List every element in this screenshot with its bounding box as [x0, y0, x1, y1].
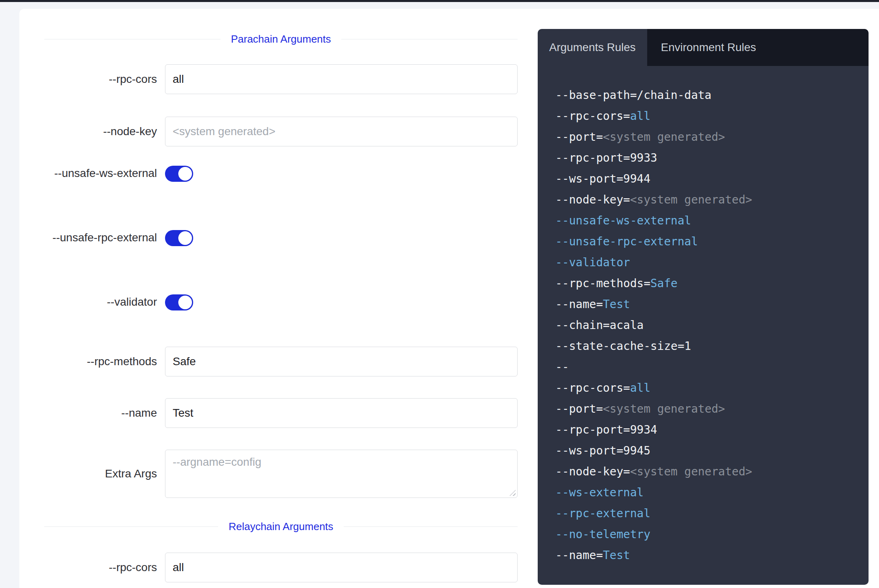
rules-tabbar: Arguments Rules Environment Rules	[538, 29, 869, 66]
rule-segment: --base-path=/chain-data	[555, 88, 712, 102]
rule-segment: --	[555, 360, 569, 374]
rule-line: --rpc-cors=all	[555, 378, 860, 399]
validator-toggle[interactable]	[165, 294, 193, 310]
rule-line: --ws-port=9945	[555, 440, 860, 461]
rule-segment: --ws-port=9945	[555, 444, 650, 457]
rule-line: --rpc-methods=Safe	[555, 273, 860, 294]
rule-segment: <system generated>	[603, 130, 725, 144]
rule-segment: --unsafe-rpc-external	[555, 235, 698, 248]
divider-line	[44, 39, 221, 39]
extra-args-textarea[interactable]	[165, 450, 518, 498]
rule-line: --ws-external	[555, 482, 860, 503]
rule-segment: <system generated>	[603, 402, 725, 415]
rpc-cors-input[interactable]	[165, 64, 518, 94]
rule-segment: --validator	[555, 256, 630, 269]
rule-segment: --port=	[555, 130, 603, 144]
form-row-rpc-methods: --rpc-methods	[44, 347, 518, 376]
form-row-rpc-cors: --rpc-cors	[44, 64, 518, 94]
rule-segment: --rpc-port=9933	[555, 151, 657, 164]
relaychain-section-divider: Relaychain Arguments	[44, 520, 518, 532]
rule-segment: --rpc-methods=	[555, 277, 650, 290]
node-key-input[interactable]	[165, 117, 518, 146]
rule-line: --unsafe-ws-external	[555, 210, 860, 231]
rule-line: --name=Test	[555, 294, 860, 315]
rule-line: --port=<system generated>	[555, 127, 860, 148]
unsafe-ws-external-label: --unsafe-ws-external	[44, 166, 157, 181]
rpc-cors-label: --rpc-cors	[44, 72, 157, 87]
parachain-section-title: Parachain Arguments	[221, 33, 342, 45]
rule-segment: --state-cache-size=1	[555, 339, 691, 353]
rule-segment: --node-key=	[555, 193, 630, 206]
relay-rpc-cors-label: --rpc-cors	[44, 560, 157, 575]
rule-segment: --name=	[555, 298, 603, 311]
rule-segment: --unsafe-ws-external	[555, 214, 691, 227]
form-row-unsafe-rpc-external: --unsafe-rpc-external	[44, 230, 518, 262]
rule-line: --validator	[555, 252, 860, 273]
toggle-knob	[178, 167, 192, 181]
unsafe-ws-external-toggle[interactable]	[165, 166, 193, 182]
rule-line: --no-telemetry	[555, 524, 860, 545]
rule-segment: --name=	[555, 549, 603, 562]
divider-line	[44, 526, 218, 527]
rule-segment: --rpc-external	[555, 507, 650, 520]
rule-segment: --ws-external	[555, 486, 644, 499]
rule-line: --state-cache-size=1	[555, 336, 860, 357]
form-row-validator: --validator	[44, 294, 518, 327]
unsafe-rpc-external-toggle[interactable]	[165, 230, 193, 246]
rule-line: --	[555, 357, 860, 378]
form-row-extra-args: Extra Args	[44, 450, 518, 498]
rule-segment: --rpc-cors=	[555, 381, 630, 395]
extra-args-label: Extra Args	[44, 466, 157, 481]
toggle-knob	[178, 231, 192, 245]
rule-line: --node-key=<system generated>	[555, 189, 860, 210]
rpc-methods-input[interactable]	[165, 347, 518, 376]
rule-segment: <system generated>	[630, 465, 752, 478]
rule-line: --node-key=<system generated>	[555, 461, 860, 482]
rule-segment: --chain=acala	[555, 319, 644, 332]
rule-segment: --rpc-cors=	[555, 109, 630, 123]
main-card: Parachain Arguments --rpc-cors --node-ke…	[19, 9, 879, 588]
node-arguments-form: Parachain Arguments --rpc-cors --node-ke…	[44, 9, 518, 582]
rule-segment: --rpc-port=9934	[555, 423, 657, 436]
relay-rpc-cors-input[interactable]	[165, 553, 518, 582]
rule-line: --ws-port=9944	[555, 169, 860, 189]
rule-segment: --no-telemetry	[555, 528, 650, 541]
name-label: --name	[44, 405, 157, 421]
tab-environment-rules[interactable]: Environment Rules	[647, 29, 869, 66]
form-row-relay-rpc-cors: --rpc-cors	[44, 553, 518, 582]
name-input[interactable]	[165, 398, 518, 428]
rule-line: --rpc-external	[555, 503, 860, 524]
rule-line: --rpc-port=9934	[555, 419, 860, 440]
form-row-unsafe-ws-external: --unsafe-ws-external	[44, 166, 518, 198]
rule-segment: --port=	[555, 402, 603, 415]
form-row-node-key: --node-key	[44, 117, 518, 146]
window-top-edge	[0, 0, 879, 2]
rpc-methods-label: --rpc-methods	[44, 354, 157, 369]
rule-line: --unsafe-rpc-external	[555, 231, 860, 252]
form-row-name: --name	[44, 398, 518, 428]
rule-line: --rpc-port=9933	[555, 148, 860, 169]
rules-panel: Arguments Rules Environment Rules --base…	[538, 29, 869, 585]
rule-line: --base-path=/chain-data	[555, 85, 860, 106]
rule-line: --port=<system generated>	[555, 399, 860, 419]
rule-segment: all	[630, 109, 650, 123]
toggle-knob	[178, 296, 192, 309]
extra-args-field	[165, 450, 518, 498]
validator-label: --validator	[44, 294, 157, 310]
parachain-section-divider: Parachain Arguments	[44, 33, 518, 45]
tab-arguments-rules[interactable]: Arguments Rules	[538, 29, 647, 66]
rule-line: --name=Test	[555, 545, 860, 566]
rule-line: --chain=acala	[555, 315, 860, 336]
rule-segment: --node-key=	[555, 465, 630, 478]
rule-segment: <system generated>	[630, 193, 752, 206]
rule-segment: Test	[603, 298, 630, 311]
rule-segment: --ws-port=9944	[555, 172, 650, 185]
tab-label: Environment Rules	[661, 41, 756, 54]
tab-label: Arguments Rules	[549, 41, 636, 54]
rule-segment: all	[630, 381, 650, 395]
divider-line	[344, 526, 518, 527]
rule-segment: Test	[603, 549, 630, 562]
unsafe-rpc-external-label: --unsafe-rpc-external	[44, 230, 157, 245]
rules-list: --base-path=/chain-data--rpc-cors=all--p…	[538, 66, 869, 582]
rule-segment: Safe	[650, 277, 677, 290]
